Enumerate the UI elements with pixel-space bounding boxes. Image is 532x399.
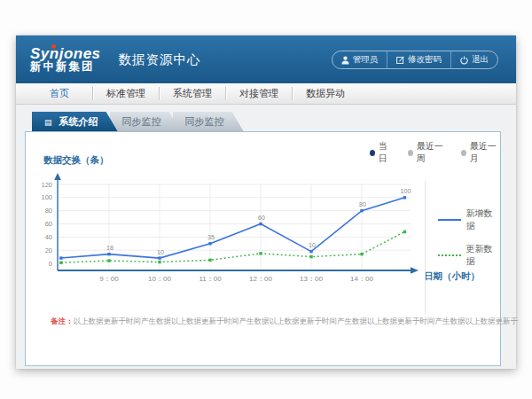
svg-text:35: 35 — [207, 234, 215, 240]
nav-item-integration-management[interactable]: 对接管理 — [226, 83, 292, 104]
company-logo: Synjones 新中新集团 — [30, 46, 101, 74]
svg-text:9：00: 9：00 — [99, 275, 119, 283]
footnote: 备注：以上数据更新于时间产生数据以上数据更新于时间产生数据以上数据更新于时间产生… — [51, 317, 518, 327]
document-grid-icon: ▤ — [44, 118, 52, 127]
radio-dot-icon — [370, 150, 375, 156]
legend-item-update-data: 更新数据 — [438, 243, 501, 268]
nav-item-home[interactable]: 首页 — [27, 83, 92, 104]
app-window: Synjones 新中新集团 数据资源中心 管理员 修改密码 — [16, 35, 516, 369]
svg-text:100: 100 — [41, 193, 52, 201]
svg-text:18: 18 — [106, 245, 113, 251]
svg-text:10: 10 — [157, 249, 164, 255]
filter-label: 当日 — [379, 140, 394, 165]
tab-system-intro[interactable]: ▤ 系统介绍 — [32, 112, 118, 131]
filter-last-month[interactable]: 最近一月 — [461, 140, 500, 165]
logo-title: Synjones — [30, 46, 101, 62]
svg-text:40: 40 — [45, 233, 52, 241]
svg-text:12：00: 12：00 — [249, 275, 272, 283]
power-icon — [460, 56, 468, 65]
tab-label: 系统介绍 — [59, 116, 98, 127]
current-user-label: 管理员 — [353, 54, 379, 66]
svg-text:10: 10 — [309, 242, 316, 248]
tab-label: 同步监控 — [122, 116, 161, 127]
svg-text:20: 20 — [45, 246, 52, 254]
dotted-line-icon — [438, 254, 461, 256]
footnote-label: 备注： — [51, 317, 74, 325]
footnote-text: 以上数据更新于时间产生数据以上数据更新于时间产生数据以上数据更新于时间产生数据以… — [74, 317, 519, 325]
svg-text:0: 0 — [49, 260, 52, 268]
current-user[interactable]: 管理员 — [332, 51, 387, 68]
radio-dot-icon — [461, 150, 466, 156]
svg-text:13：00: 13：00 — [300, 275, 323, 283]
tab-sync-monitor-1[interactable]: 同步监控 — [110, 112, 181, 131]
header-bar: Synjones 新中新集团 数据资源中心 管理员 修改密码 — [16, 35, 516, 83]
logout-button[interactable]: 退出 — [450, 51, 497, 68]
page: Synjones 新中新集团 数据资源中心 管理员 修改密码 — [0, 0, 532, 399]
content-area: ▤ 系统介绍 同步监控 同步监控 当日 — [16, 105, 516, 369]
line-chart: 0204060801001209：0010：0011：0012：0013：001… — [27, 171, 422, 295]
filter-last-week[interactable]: 最近一周 — [408, 140, 447, 165]
logo-subtitle: 新中新集团 — [30, 61, 101, 73]
legend-label: 新增数据 — [466, 207, 501, 232]
filter-label: 最近一周 — [417, 140, 447, 165]
logout-label: 退出 — [472, 54, 489, 66]
nav-item-standard-management[interactable]: 标准管理 — [93, 83, 159, 104]
svg-text:60: 60 — [45, 220, 52, 228]
main-nav: 首页 标准管理 系统管理 对接管理 数据异动 — [16, 83, 516, 105]
radio-dot-icon — [408, 150, 413, 156]
logo-accent-dot — [51, 44, 56, 49]
svg-text:120: 120 — [41, 181, 52, 189]
svg-text:10：00: 10：00 — [148, 275, 171, 283]
edit-icon — [396, 56, 404, 64]
svg-text:100: 100 — [401, 188, 411, 194]
tab-sync-monitor-2[interactable]: 同步监控 — [173, 112, 244, 131]
user-toolbar: 管理员 修改密码 退出 — [332, 51, 499, 69]
chart-panel: 当日 最近一周 最近一月 数据交换（条） 0204060801001209：00… — [25, 131, 501, 366]
tab-label: 同步监控 — [185, 116, 224, 127]
y-axis-title: 数据交换（条） — [43, 154, 109, 167]
filter-today[interactable]: 当日 — [370, 140, 394, 165]
change-password-button[interactable]: 修改密码 — [387, 51, 450, 68]
svg-text:11：00: 11：00 — [199, 275, 222, 283]
filter-label: 最近一月 — [470, 140, 500, 165]
svg-text:80: 80 — [359, 201, 366, 207]
svg-text:80: 80 — [45, 207, 52, 215]
nav-item-data-change[interactable]: 数据异动 — [293, 83, 358, 104]
nav-item-system-management[interactable]: 系统管理 — [160, 83, 225, 104]
legend-label: 更新数据 — [466, 243, 501, 268]
svg-text:14：00: 14：00 — [350, 275, 373, 283]
legend-item-new-data: 新增数据 — [438, 207, 501, 232]
tab-bar: ▤ 系统介绍 同步监控 同步监控 — [32, 112, 244, 131]
time-range-filters: 当日 最近一周 最近一月 — [370, 140, 500, 165]
series-legend: 新增数据 更新数据 — [425, 181, 501, 314]
page-title: 数据资源中心 — [119, 51, 201, 68]
user-icon — [341, 56, 349, 65]
solid-line-icon — [438, 219, 461, 221]
svg-text:60: 60 — [258, 215, 265, 221]
change-password-label: 修改密码 — [408, 54, 442, 66]
